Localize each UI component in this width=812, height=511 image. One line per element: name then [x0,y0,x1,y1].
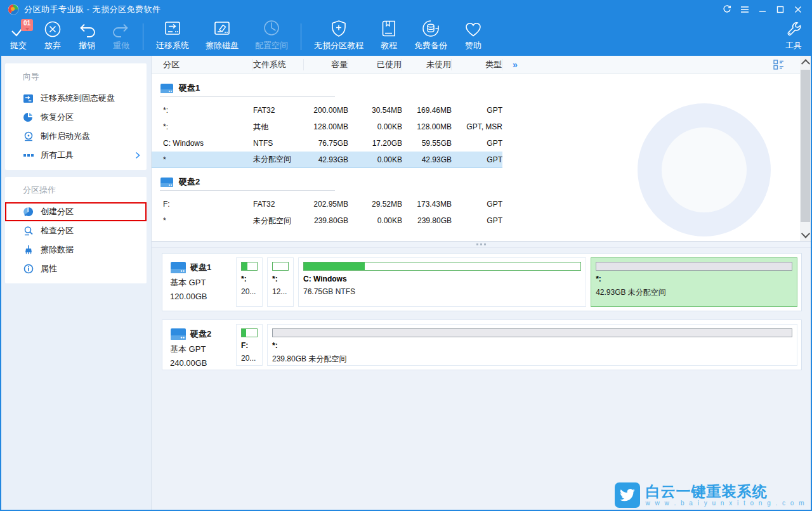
free-backup-button[interactable]: 免费备份 [406,19,455,56]
sidebar-item-create-partition[interactable]: 创建分区 [5,202,147,221]
discard-button[interactable]: 放弃 [36,19,70,56]
menu-button[interactable] [736,3,754,16]
sidebar-item-recover-partition[interactable]: 恢复分区 [5,108,147,127]
undo-button[interactable]: 撤销 [70,19,104,56]
group-divider [160,96,335,97]
disk-migrate-icon [163,19,182,38]
group-divider [160,190,335,191]
toolbar-separator [301,23,301,50]
minimize-button[interactable] [754,3,771,16]
table-row[interactable]: * 未分配空间 239.80GB 0.00KB 239.80GB GPT [152,212,502,229]
partition-block[interactable]: *: 20... [236,257,263,307]
sidebar-item-all-tools[interactable]: 所有工具 [5,146,147,165]
partition-block-c-windows[interactable]: C: Windows 76.75GB NTFS [298,257,586,307]
disk-arrow-icon [23,93,34,104]
allocate-space-button[interactable]: 配置空间 [247,19,296,56]
circle-x-icon [44,20,62,38]
tutorial-button[interactable]: 教程 [372,19,406,56]
table-row[interactable]: C: Windows NTFS 76.75GB 17.20GB 59.55GB … [152,135,502,152]
partition-block[interactable]: F: 20... [236,324,263,366]
sidebar-item-check-partition[interactable]: 检查分区 [5,221,147,240]
tools-button[interactable]: 工具 [776,19,811,56]
disk-icon [160,83,174,94]
column-header-unused[interactable]: 未使用 [402,59,452,70]
splitter-handle[interactable] [152,242,811,248]
usage-bar [272,328,792,337]
chevron-right-icon [135,152,140,159]
toolbar-spacer [491,19,776,56]
close-button[interactable] [789,3,807,16]
disk-type: 基本 GPT [170,344,232,355]
toolbar-separator [143,23,143,50]
disk-icon [160,177,174,188]
app-window: 分区助手专业版 - 无损分区免费软件 [0,0,812,511]
column-header-filesystem[interactable]: 文件系统 [253,59,304,70]
view-options-icon[interactable] [773,59,785,70]
heart-icon [464,20,483,38]
table-header: 分区 文件系统 容量 已使用 未使用 类型 » [152,56,800,74]
wizard-section: 向导 迁移系统到固态硬盘 恢复分区 制作启动光盘 [5,63,147,170]
column-header-used[interactable]: 已使用 [348,59,402,70]
disk-group-header: 硬盘1 [160,82,811,94]
pending-operations-badge[interactable]: 01 [21,19,33,31]
badge-dropdown-icon [25,28,29,30]
partition-block-unallocated-selected[interactable]: *: 42.93GB 未分配空间 [591,257,797,307]
bird-logo-icon [615,482,640,508]
chevron-down-icon [801,229,809,238]
vertical-scrollbar[interactable] [800,56,811,241]
maximize-icon [776,6,784,13]
scroll-up-button[interactable] [800,57,811,68]
disk-group-header: 硬盘2 [160,176,811,188]
commit-button[interactable]: 01 提交 [1,19,36,56]
redo-button[interactable]: 重做 [104,19,138,56]
partition-block[interactable]: *: 12... [267,257,294,307]
magnifier-icon [23,226,34,236]
usage-bar [272,262,289,271]
scroll-down-button[interactable] [800,229,811,240]
info-icon [23,264,34,275]
sidebar-item-properties[interactable]: 属性 [5,259,147,278]
donate-button[interactable]: 赞助 [455,19,491,56]
boot-disc-icon [23,131,34,142]
table-row-selected[interactable]: * 未分配空间 42.93GB 0.00KB 42.93GB GPT [152,152,502,168]
refresh-button[interactable] [718,3,736,16]
sidebar-item-wipe-data[interactable]: 擦除数据 [5,240,147,259]
column-header-type[interactable]: 类型 [452,59,502,70]
broom-icon [23,245,34,256]
disk-icon [170,261,187,274]
maximize-button[interactable] [771,3,789,16]
section-title: 分区操作 [5,181,147,202]
disk1-info[interactable]: 硬盘1 基本 GPT 120.00GB [166,257,232,307]
column-header-partition[interactable]: 分区 [152,59,253,70]
partition-operations-section: 分区操作 创建分区 检查分区 擦除数据 [5,177,147,283]
watermark-url: w w w . b a i y u n x i t o n g . c o m [645,500,806,507]
column-header-capacity[interactable]: 容量 [304,59,348,70]
disk-name: 硬盘1 [190,262,211,273]
sidebar-item-migrate-os-to-ssd[interactable]: 迁移系统到固态硬盘 [5,89,147,108]
usage-bar [303,262,581,271]
chevron-up-icon [801,59,809,68]
table-row[interactable]: *: 其他 128.00MB 0.00KB 128.00MB GPT, MSR [152,119,502,135]
disk-name: 硬盘2 [190,328,211,340]
lossless-tutorial-button[interactable]: 无损分区教程 [306,19,372,56]
disk2-info[interactable]: 硬盘2 基本 GPT 240.00GB [166,324,232,366]
watermark-title: 白云一键重装系统 [645,484,806,499]
watermark: 白云一键重装系统 w w w . b a i y u n x i t o n g… [615,482,806,508]
window-title: 分区助手专业版 - 无损分区免费软件 [24,4,161,15]
sidebar-item-make-bootable-media[interactable]: 制作启动光盘 [5,127,147,146]
disk-size: 240.00GB [170,358,232,368]
disk-erase-icon [213,19,232,38]
table-row[interactable]: F: FAT32 202.95MB 29.52MB 173.43MB GPT [152,196,502,212]
scrollbar-thumb[interactable] [801,70,810,222]
partition-block-unallocated[interactable]: *: 239.80GB 未分配空间 [267,324,797,366]
usage-bar [241,262,258,271]
table-row[interactable]: *: FAT32 200.00MB 30.54MB 169.46MB GPT [152,102,502,119]
wipe-disk-button[interactable]: 擦除磁盘 [197,19,247,56]
more-columns-icon[interactable]: » [513,60,516,70]
pie-create-icon [23,207,34,217]
minimize-icon [759,6,766,13]
section-title: 向导 [5,67,147,89]
refresh-icon [723,5,731,14]
migrate-os-button[interactable]: 迁移系统 [148,19,197,56]
close-icon [794,6,802,13]
